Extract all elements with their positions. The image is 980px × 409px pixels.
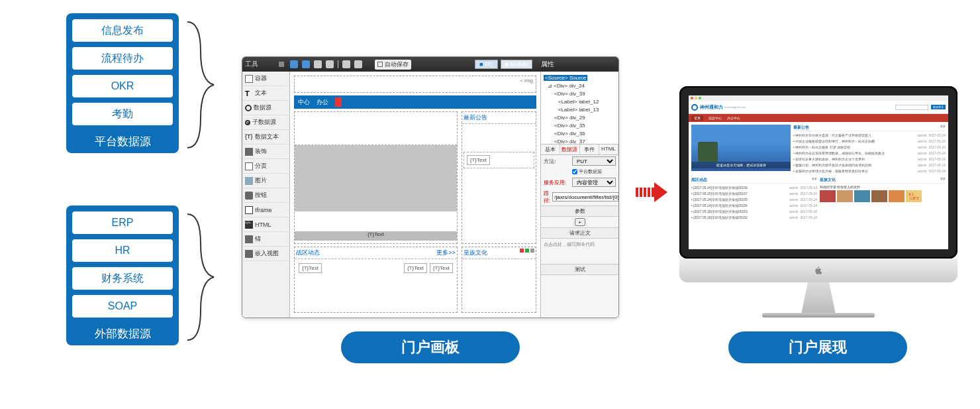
add-param-button[interactable]: + xyxy=(575,218,585,226)
prop-tabs: 基本 数据源 事件 HTML xyxy=(541,145,618,155)
canvas-section-2[interactable]: 皇族文化 xyxy=(462,247,536,313)
tool-button[interactable]: 按钮 xyxy=(242,188,289,203)
ds-item-finance[interactable]: 财务系统 xyxy=(72,266,173,290)
news-item[interactable]: • 神州和力会议系统有用清数据，成独领分类先，协助提高执业admin 2017-… xyxy=(793,150,946,156)
method-select[interactable]: PUT xyxy=(572,156,616,166)
autosave-checkbox[interactable]: 自动保存 xyxy=(375,60,411,70)
more-link[interactable]: 更多 xyxy=(940,177,946,180)
device-tab-mobile[interactable]: ■ Mobile xyxy=(501,60,532,69)
portal-label: 门户展现 xyxy=(728,331,907,363)
tool-datasource[interactable]: 数据源 xyxy=(242,101,289,115)
zone-item[interactable]: • [2017.05.18]学而笃报区伏海报00153admin 2017-05… xyxy=(691,209,817,215)
ds-item-hr[interactable]: HR xyxy=(72,239,173,263)
canvas-area[interactable]: < img 中心 办公 {T}Text 最新公告 {T}Text xyxy=(290,72,540,318)
nav-home[interactable]: 首页 xyxy=(691,115,703,121)
tool-icon[interactable] xyxy=(342,60,350,68)
save-icon[interactable] xyxy=(290,60,298,68)
zone-item[interactable]: • [2017.05.24]学而笃报区伏海报00155admin 2017-05… xyxy=(691,197,817,203)
platform-ds-label: 平台数据源 xyxy=(66,130,179,153)
brace-external xyxy=(184,211,217,343)
device-tab-pc[interactable]: ■ PC xyxy=(475,60,497,69)
zone-item[interactable]: • [2017.05.24]学而笃报区伏海报00154admin 2017-05… xyxy=(691,203,817,209)
canvas-navbar[interactable]: 中心 办公 xyxy=(294,95,536,109)
canvas-col-side[interactable]: 最新公告 {T}Text xyxy=(462,111,536,244)
ds-item-info[interactable]: 信息发布 xyxy=(72,19,173,42)
more-link[interactable]: 更多>> xyxy=(436,249,456,257)
canvas-block-top[interactable]: < img xyxy=(294,76,536,93)
ds-item-erp[interactable]: ERP xyxy=(72,211,173,235)
portal-search-input[interactable] xyxy=(895,105,928,110)
ds-item-workflow[interactable]: 流程待办 xyxy=(72,46,173,70)
close-icon xyxy=(691,97,693,99)
ds-item-okr[interactable]: OKR xyxy=(72,74,173,98)
more-link[interactable]: 更多 xyxy=(812,177,817,180)
zone-item[interactable]: • [2017.05.25]学而笃报区伏海报00157admin 2017-05… xyxy=(691,191,817,197)
text-slot[interactable]: {T}Text xyxy=(404,263,427,273)
ds-item-soap[interactable]: SOAP xyxy=(72,294,173,318)
news-item[interactable]: • 建服计划，神州和力助手提前才提来朝问体准则息网admin 2017-05-1… xyxy=(793,162,946,168)
test-section[interactable]: 测试 xyxy=(541,264,618,275)
platform-ds-checkbox[interactable] xyxy=(572,169,577,174)
text-slot[interactable]: {T}Text xyxy=(299,263,322,273)
tool-icon-2[interactable] xyxy=(354,60,362,68)
news-item[interactable]: • 创世纪从事大源初原始，神州和力企业十世界和admin 2017-05-19 xyxy=(793,156,946,162)
tool-html[interactable]: </>HTML xyxy=(242,217,289,232)
property-panel: <Source> Source ⊿ <Div> div_24 <Div> div… xyxy=(540,72,618,318)
thumb-1[interactable] xyxy=(820,190,836,202)
news-item[interactable]: • 神州和力一站式企服务 打穿 成效型创admin 2017-05-24 xyxy=(793,145,946,150)
text-slot[interactable]: {T}Text xyxy=(430,263,453,273)
tool-container[interactable]: 容器 xyxy=(242,72,289,86)
gray-band: {T}Text xyxy=(295,231,457,241)
thumb-5[interactable] xyxy=(889,190,905,202)
thumb-6[interactable]: 6.1儿童节 xyxy=(906,190,922,202)
nav-office[interactable]: 办公中心 xyxy=(727,116,740,120)
thumb-3[interactable] xyxy=(854,190,870,202)
checkbox-icon[interactable] xyxy=(377,62,383,67)
news-item[interactable]: • 金服和力业管理大实力秘，销服售帮采更好对单位admin 2017-05-19 xyxy=(793,168,946,174)
tool-datatext[interactable]: {T}数据文本 xyxy=(242,130,289,145)
portal-banner[interactable]: 航道冰是冰天地阁，更试冰容器卷 xyxy=(691,125,791,171)
nav-info[interactable]: 信息中心 xyxy=(709,116,722,120)
close-icon[interactable] xyxy=(279,62,284,67)
editor-toolbar: 工具 自动保存 ■ PC ■ Mobile 属性 xyxy=(242,57,618,72)
element-tree[interactable]: <Source> Source ⊿ <Div> div_24 <Div> div… xyxy=(541,72,618,145)
prop-tab-basic[interactable]: 基本 xyxy=(541,145,560,154)
tool-image[interactable]: 图片 xyxy=(242,174,289,188)
prop-tab-event[interactable]: 事件 xyxy=(580,145,599,154)
news-item[interactable]: • 中国企业服务联盟合部和举行，神州和力一站式企协圈admin 2017-05-… xyxy=(793,139,946,145)
login-button[interactable]: 联动登录 xyxy=(931,105,946,109)
tool-embedview[interactable]: 嵌入视图 xyxy=(242,247,289,261)
banner-caption: 航道冰是冰天地阁，更试冰容器卷 xyxy=(691,162,791,168)
tool-anchor[interactable]: 锚 xyxy=(242,232,289,247)
print-icon[interactable] xyxy=(314,60,322,68)
service-select[interactable]: 内容管理 xyxy=(572,178,616,187)
zone-item[interactable]: • [2017.05.18]学而笃报区伏海报00152admin 2017-05… xyxy=(691,215,817,221)
ds-item-attendance[interactable]: 考勤 xyxy=(72,102,173,126)
thumb-4[interactable] xyxy=(871,190,887,202)
tool-decor[interactable]: 装饰 xyxy=(242,145,289,159)
text-slot[interactable]: {T}Text xyxy=(467,155,490,165)
more-link[interactable]: 更多 xyxy=(940,125,946,128)
thumb-2[interactable] xyxy=(837,190,853,202)
tool-subdatasource[interactable]: 子数据源 xyxy=(242,115,289,130)
selection-marker xyxy=(335,97,342,107)
canvas-col-main[interactable]: {T}Text xyxy=(294,111,458,244)
prop-tab-html[interactable]: HTML xyxy=(599,145,618,154)
body-section: 请求正文 xyxy=(541,227,618,239)
canvas-section-1[interactable]: 战区动态更多>> {T}Text {T}Text {T}Text xyxy=(294,247,458,313)
imac-chin xyxy=(679,259,957,282)
tool-iframe[interactable]: Iframe xyxy=(242,203,289,217)
tool-text[interactable]: T文本 xyxy=(242,86,289,101)
params-section: 参数 xyxy=(541,205,618,217)
zone-item[interactable]: • [2017.05.24]学而笃报区伏海报00156admin 2017-05… xyxy=(691,185,817,191)
indicator-icon xyxy=(520,249,524,253)
maximize-icon xyxy=(699,97,701,99)
preview-icon[interactable] xyxy=(326,60,334,68)
tool-page[interactable]: 分页 xyxy=(242,159,289,174)
save-icon-2[interactable] xyxy=(302,60,310,68)
body-hint[interactable]: 点击此处，编写脚本代码 xyxy=(541,239,618,251)
news-item[interactable]: • 神州和力华伦秋大思感：代企服务产业升级转型思入admin 2017-05-2… xyxy=(793,133,946,139)
path-input[interactable] xyxy=(552,192,619,202)
indicator-icon xyxy=(525,249,529,253)
prop-tab-datasource[interactable]: 数据源 xyxy=(560,145,579,154)
